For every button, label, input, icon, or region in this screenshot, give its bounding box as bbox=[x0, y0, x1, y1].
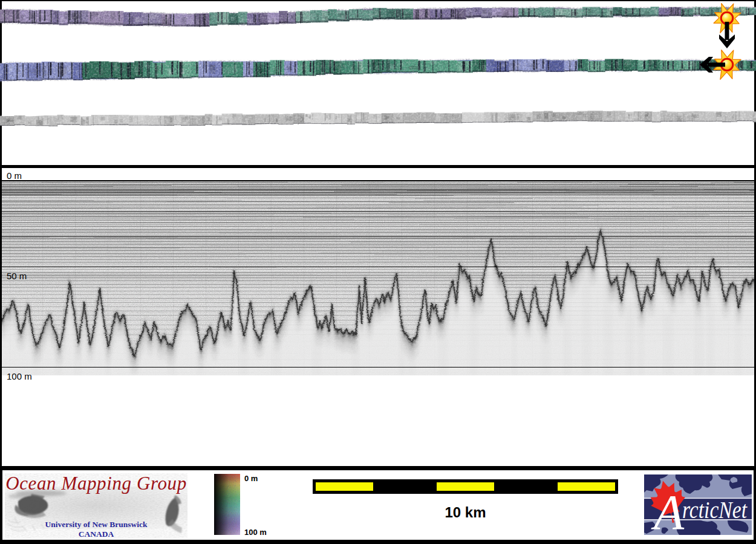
svg-text:A: A bbox=[651, 485, 685, 535]
svg-text:rcticNet: rcticNet bbox=[682, 496, 748, 523]
